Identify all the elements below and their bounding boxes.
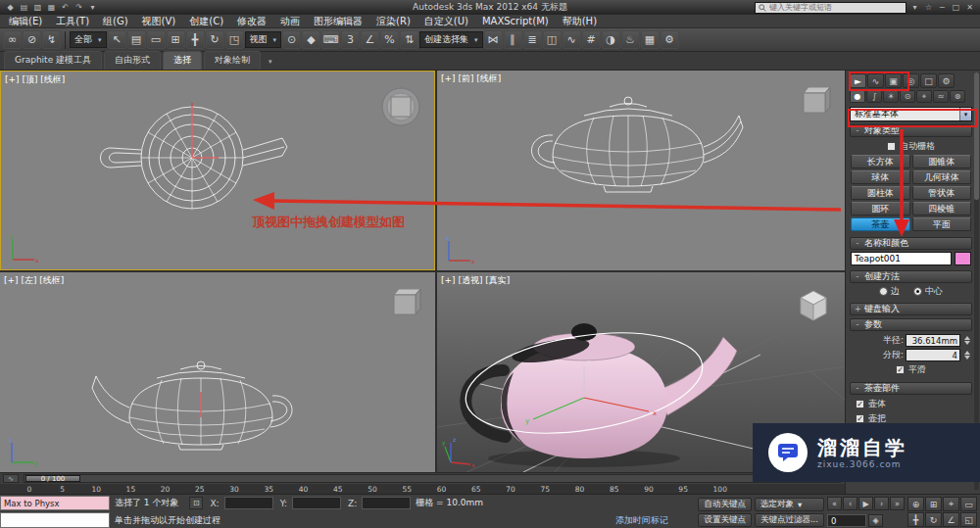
go-to-start-icon[interactable]: « — [827, 497, 842, 510]
track-bar[interactable]: 0510152025303540455055606570758085909510… — [0, 483, 845, 494]
menu-item[interactable]: 创建(C) — [182, 15, 230, 28]
layer-manager-icon[interactable]: ≣ — [523, 30, 542, 49]
search-dropdown-icon[interactable]: ▾ — [908, 2, 921, 14]
object-color-swatch[interactable] — [955, 252, 971, 265]
viewcube[interactable] — [798, 84, 833, 120]
curve-editor-icon[interactable]: ∿ — [563, 30, 581, 49]
select-and-rotate-icon[interactable]: ↻ — [206, 30, 224, 49]
viewport-label[interactable]: [+] [左] [线框] — [4, 274, 64, 287]
rectangular-selection-icon[interactable]: ▭ — [147, 30, 166, 49]
ribbon-tab[interactable]: Graphite 建模工具 — [4, 51, 102, 70]
display-tab-icon[interactable]: □ — [920, 73, 937, 88]
maximize-icon[interactable]: □ — [950, 2, 962, 14]
motion-tab-icon[interactable]: ◎ — [903, 73, 919, 88]
window-crossing-icon[interactable]: ⊞ — [167, 30, 185, 49]
zoom-icon[interactable]: ⊕ — [907, 497, 924, 511]
center-radio-option[interactable]: 中心 — [913, 285, 943, 298]
modify-tab-icon[interactable]: ∿ — [867, 73, 884, 88]
orbit-icon[interactable]: ↻ — [925, 512, 942, 527]
save-file-icon[interactable]: ▦ — [45, 2, 58, 14]
minimize-icon[interactable]: ─ — [936, 2, 949, 14]
select-and-scale-icon[interactable]: ◳ — [225, 30, 244, 49]
fov-icon[interactable]: ∠ — [943, 512, 959, 527]
zoom-all-icon[interactable]: ⊞ — [925, 497, 942, 511]
auto-key-button[interactable]: 自动关键点 — [698, 498, 752, 511]
previous-frame-icon[interactable]: ‹ — [843, 497, 858, 510]
maxscript-listener-line[interactable] — [0, 512, 110, 528]
mini-curve-editor-icon[interactable]: ∿ — [3, 474, 19, 483]
menu-item[interactable]: 修改器 — [230, 15, 273, 28]
snap-toggle-icon[interactable]: 3 — [341, 30, 360, 49]
edge-radio-option[interactable]: 边 — [879, 285, 900, 298]
render-setup-icon[interactable]: ♨ — [621, 30, 640, 49]
menu-item[interactable]: 工具(T) — [49, 15, 96, 28]
viewcube[interactable] — [794, 286, 833, 325]
select-object-icon[interactable]: ↖ — [108, 30, 126, 49]
render-production-icon[interactable]: ⚙ — [661, 30, 679, 49]
hierarchy-tab-icon[interactable]: ▣ — [885, 73, 902, 88]
use-pivot-center-icon[interactable]: ⊙ — [282, 30, 301, 49]
graphite-toggle-icon[interactable]: ◫ — [543, 30, 562, 49]
part-checkbox[interactable]: ✓ — [856, 400, 864, 408]
material-editor-icon[interactable]: ◑ — [602, 30, 620, 49]
primitive-category-dropdown[interactable]: 标准基本体 ▾ — [850, 107, 972, 121]
menu-item[interactable]: MAXScript(M) — [475, 15, 556, 28]
viewport-top[interactable]: [+] [顶] [线框] x y — [0, 71, 435, 270]
primitive-button[interactable]: 茶壶 — [851, 217, 910, 231]
teapot-part-row[interactable]: ✓壶体 — [850, 397, 972, 411]
ribbon-tab[interactable]: 自由形式 — [104, 51, 161, 70]
rendered-frame-icon[interactable]: ▦ — [641, 30, 660, 49]
selection-lock-icon[interactable]: ⊡ — [189, 497, 203, 509]
percent-snap-icon[interactable]: % — [380, 30, 399, 49]
zoom-region-icon[interactable]: ▭ — [960, 497, 977, 511]
maxscript-mini-listener[interactable]: Max to Physx — [0, 496, 110, 510]
keyboard-override-icon[interactable]: ⌨ — [321, 30, 340, 49]
search-input[interactable] — [769, 3, 903, 12]
close-icon[interactable]: ✕ — [963, 2, 976, 14]
rollout-header[interactable]: -茶壶部件 — [850, 382, 972, 395]
add-time-tag-button[interactable]: 添加时间标记 — [615, 514, 668, 527]
segments-field[interactable]: 4 — [906, 349, 960, 361]
viewport-label[interactable]: [+] [透视] [真实] — [441, 274, 510, 287]
ribbon-minimize-icon[interactable]: ▾ — [269, 58, 272, 70]
spacewarps-category-icon[interactable]: ≈ — [933, 90, 949, 103]
viewcube[interactable] — [379, 85, 422, 128]
menu-item[interactable]: 组(G) — [96, 15, 135, 28]
menu-item[interactable]: 视图(V) — [135, 15, 183, 28]
spinner-snap-icon[interactable]: ⇅ — [400, 30, 418, 49]
current-frame-field[interactable]: 0 — [827, 514, 866, 527]
radius-field[interactable]: 36.614mm — [906, 334, 960, 347]
menu-item[interactable]: 渲染(R) — [369, 15, 417, 28]
menu-item[interactable]: 动画 — [273, 15, 307, 28]
favorites-icon[interactable]: ☆ — [922, 2, 935, 14]
ribbon-tab[interactable]: 选择 — [163, 51, 202, 70]
menu-item[interactable]: 图形编辑器 — [307, 15, 369, 28]
rollout-header[interactable]: +键盘输入 — [850, 303, 972, 315]
viewcube[interactable] — [388, 286, 423, 321]
time-slider-handle[interactable]: 0 / 100 — [25, 475, 80, 482]
play-icon[interactable]: ▶ — [858, 497, 873, 510]
create-tab-icon[interactable]: ► — [850, 73, 866, 88]
undo-icon[interactable]: ↶ — [59, 2, 72, 14]
key-mode-icon[interactable]: ◈ — [868, 514, 883, 527]
viewport-label[interactable]: [+] [顶] [线框] — [5, 73, 65, 86]
select-and-manipulate-icon[interactable]: ◆ — [302, 30, 320, 49]
selected-objects-dropdown[interactable]: 选定对象▾ — [755, 498, 824, 511]
app-logo-icon[interactable]: ◆ — [4, 2, 17, 14]
pan-icon[interactable]: ╋ — [907, 512, 924, 527]
align-icon[interactable]: ∥ — [504, 30, 522, 49]
cameras-category-icon[interactable]: ⊙ — [900, 90, 915, 103]
radio-icon[interactable] — [913, 287, 922, 296]
smooth-checkbox[interactable]: ✓ — [896, 365, 905, 374]
redo-icon[interactable]: ↷ — [73, 2, 85, 14]
coordinate-z-field[interactable] — [362, 497, 411, 509]
spinner-icon[interactable] — [962, 336, 971, 345]
bind-to-space-warp-icon[interactable]: ↯ — [42, 30, 61, 49]
primitive-button[interactable]: 几何球体 — [912, 170, 972, 184]
rollout-header[interactable]: -参数 — [850, 318, 972, 331]
select-and-link-icon[interactable]: ∞ — [3, 30, 22, 49]
shapes-category-icon[interactable]: ∫ — [866, 90, 882, 103]
autogrid-checkbox[interactable] — [887, 142, 896, 151]
radio-icon[interactable] — [879, 287, 888, 296]
lights-category-icon[interactable]: ☀ — [883, 90, 899, 103]
